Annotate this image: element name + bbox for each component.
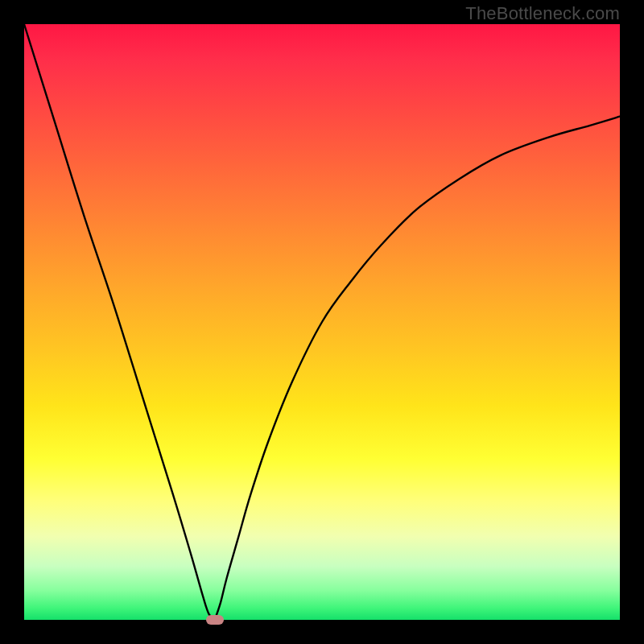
curve-svg xyxy=(24,24,620,620)
chart-frame: TheBottleneck.com xyxy=(0,0,644,644)
watermark-text: TheBottleneck.com xyxy=(465,3,620,24)
curve-left-branch xyxy=(24,24,215,620)
minimum-marker xyxy=(206,615,224,625)
plot-area xyxy=(24,24,620,620)
curve-right-branch xyxy=(215,117,620,620)
